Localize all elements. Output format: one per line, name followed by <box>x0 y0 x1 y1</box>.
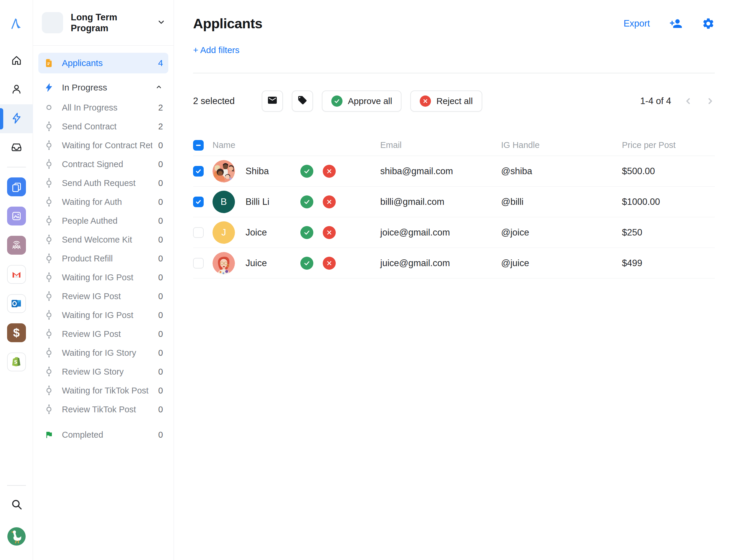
applicant-email: billi@gmail.com <box>380 197 501 207</box>
sidebar-item-waiting-contract-return[interactable]: Waiting for Contract Ret... 0 <box>38 136 168 155</box>
add-filters-button[interactable]: + Add filters <box>193 45 240 55</box>
stage-node-icon <box>44 329 54 339</box>
sidebar-item-waiting-for-ig-post-2[interactable]: Waiting for IG Post 0 <box>38 306 168 325</box>
sidebar-item-send-auth-request[interactable]: Send Auth Request 0 <box>38 174 168 192</box>
sidebar-item-waiting-for-tiktok-post[interactable]: Waiting for TikTok Post 0 <box>38 381 168 400</box>
goose-chat-button[interactable] <box>7 527 26 546</box>
applicant-ig-handle: @joice <box>501 227 622 238</box>
reject-all-button[interactable]: Reject all <box>410 90 482 112</box>
row-checkbox[interactable] <box>193 197 204 207</box>
next-page-button[interactable] <box>705 96 715 106</box>
stage-node-icon <box>44 234 54 245</box>
sidebar-group-in-progress[interactable]: In Progress <box>38 77 168 98</box>
outlook-icon <box>7 294 26 313</box>
rail-media-app-button[interactable] <box>0 201 33 230</box>
sidebar-item-review-ig-post[interactable]: Review IG Post 0 <box>38 287 168 306</box>
applicant-email: shiba@gmail.com <box>380 166 501 177</box>
stage-ring-icon <box>44 102 54 113</box>
page-title: Applicants <box>193 15 262 32</box>
tag-icon <box>297 95 307 107</box>
rail-outlook-app-button[interactable] <box>0 289 33 318</box>
approve-button[interactable] <box>300 226 313 239</box>
audience-icon <box>7 236 26 255</box>
rail-people-button[interactable] <box>0 75 33 104</box>
image-icon <box>7 207 26 225</box>
rail-search-button[interactable] <box>0 490 33 519</box>
settings-gear-button[interactable] <box>702 17 715 30</box>
tag-selected-button[interactable] <box>292 90 313 112</box>
gmail-icon <box>7 265 26 284</box>
rail-shopify-app-button[interactable]: S <box>0 347 33 376</box>
goose-icon <box>7 542 26 547</box>
approve-button[interactable] <box>300 195 313 208</box>
table-row: J Joice joice@gmail.com @joice $250 <box>193 217 715 248</box>
applicant-ig-handle: @shiba <box>501 166 622 177</box>
app-window: $ S Long Term Program Applicants 4 <box>0 0 731 560</box>
rail-divider <box>7 167 26 167</box>
stage-node-icon <box>44 291 54 302</box>
email-selected-button[interactable] <box>262 90 283 112</box>
sidebar-item-send-contract[interactable]: Send Contract 2 <box>38 117 168 136</box>
stage-node-icon <box>44 159 54 169</box>
approve-button[interactable] <box>300 257 313 270</box>
reject-button[interactable] <box>323 165 336 178</box>
row-checkbox[interactable] <box>193 227 204 238</box>
pages-icon <box>7 177 26 196</box>
stage-node-icon <box>44 347 54 358</box>
stage-node-icon <box>44 215 54 226</box>
rail-inbox-button[interactable] <box>0 133 33 162</box>
chevron-up-icon <box>155 83 163 92</box>
avatar: B <box>213 191 235 213</box>
table-row: B Billi Li billi@gmail.com @billi $1000.… <box>193 187 715 217</box>
sidebar-item-review-tiktok-post[interactable]: Review TikTok Post 0 <box>38 400 168 419</box>
stage-node-icon <box>44 178 54 188</box>
person-icon <box>10 83 23 97</box>
sidebar-item-count: 4 <box>158 58 163 68</box>
rail-gmail-app-button[interactable] <box>0 260 33 289</box>
lightning-icon <box>44 83 54 92</box>
row-checkbox[interactable] <box>193 258 204 269</box>
column-header-ig-handle: IG Handle <box>501 140 622 150</box>
rail-audience-app-button[interactable] <box>0 230 33 260</box>
sidebar-item-people-authed[interactable]: People Authed 0 <box>38 211 168 230</box>
prev-page-button[interactable] <box>684 96 693 106</box>
program-selector[interactable]: Long Term Program <box>33 0 174 46</box>
sidebar-item-all-in-progress[interactable]: All In Progress 2 <box>38 98 168 117</box>
rail-payments-app-button[interactable]: $ <box>0 318 33 347</box>
sidebar-group-label: In Progress <box>62 83 155 93</box>
sidebar-item-completed[interactable]: Completed 0 <box>38 425 168 445</box>
sidebar-item-contract-signed[interactable]: Contract Signed 0 <box>38 155 168 174</box>
document-icon <box>44 58 54 68</box>
applicant-name: Juice <box>246 258 300 269</box>
sidebar-item-review-ig-story[interactable]: Review IG Story 0 <box>38 362 168 381</box>
stage-node-icon <box>44 272 54 283</box>
sidebar-item-review-ig-post-2[interactable]: Review IG Post 0 <box>38 325 168 343</box>
stage-node-icon <box>44 197 54 207</box>
header-divider <box>193 73 715 73</box>
sidebar-item-waiting-for-ig-story[interactable]: Waiting for IG Story 0 <box>38 343 168 362</box>
sidebar-item-waiting-for-auth[interactable]: Waiting for Auth 0 <box>38 192 168 211</box>
reject-button[interactable] <box>323 226 336 239</box>
aspire-logo <box>10 10 23 38</box>
approve-button[interactable] <box>300 165 313 178</box>
column-header-name: Name <box>213 140 380 150</box>
main-content: Applicants Export + Add filters 2 select… <box>174 0 731 560</box>
select-all-checkbox[interactable] <box>193 140 204 151</box>
left-rail: $ S <box>0 0 33 560</box>
sidebar-item-send-welcome-kit[interactable]: Send Welcome Kit 0 <box>38 230 168 249</box>
rail-workflows-button[interactable] <box>0 104 33 133</box>
rail-content-app-button[interactable] <box>0 172 33 201</box>
sidebar-item-product-refill[interactable]: Product Refill 0 <box>38 249 168 268</box>
approve-all-button[interactable]: Approve all <box>322 90 401 112</box>
sidebar-item-waiting-for-ig-post[interactable]: Waiting for IG Post 0 <box>38 268 168 287</box>
export-button[interactable]: Export <box>623 18 650 29</box>
rail-home-button[interactable] <box>0 47 33 75</box>
add-person-button[interactable] <box>669 17 682 30</box>
sidebar-nav: Applicants 4 In Progress All In Progress… <box>33 46 174 445</box>
row-checkbox[interactable] <box>193 166 204 177</box>
reject-button[interactable] <box>323 195 336 208</box>
column-header-email: Email <box>380 140 501 150</box>
reject-button[interactable] <box>323 257 336 270</box>
x-circle-icon <box>420 95 431 107</box>
sidebar-item-applicants[interactable]: Applicants 4 <box>38 53 168 73</box>
